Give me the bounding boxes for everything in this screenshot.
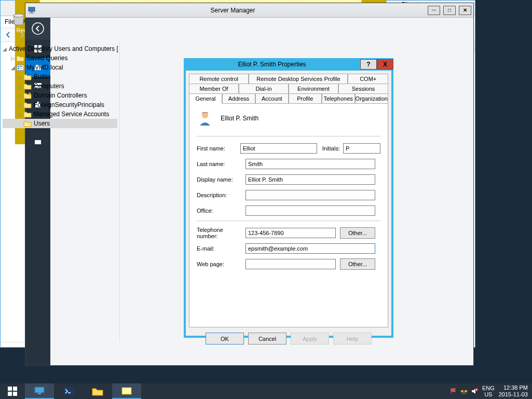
taskbar: ENG US 12:38 PM 2015-11-03 — [0, 383, 532, 399]
tab-profile[interactable]: Profile — [289, 93, 322, 104]
svg-rect-2 — [31, 11, 33, 13]
tray-language[interactable]: ENG US — [482, 385, 495, 397]
svg-point-48 — [29, 93, 31, 95]
tray-date: 2015-11-03 — [499, 391, 528, 398]
server-manager-titlebar[interactable]: Server Manager ─ □ ✕ — [25, 3, 473, 18]
close-button[interactable]: ✕ — [459, 6, 471, 15]
webpage-other-button[interactable]: Other... — [340, 258, 375, 270]
apply-button[interactable]: Apply — [291, 333, 329, 345]
tree-domain[interactable]: ◢ MyVMD.local — [3, 63, 117, 72]
tree-computers[interactable]: ▷ Computers — [3, 81, 117, 91]
tree-builtin[interactable]: ▷ Builtin — [3, 72, 117, 81]
svg-rect-58 — [461, 390, 463, 392]
expander-icon[interactable]: ▷ — [17, 102, 23, 108]
network-icon[interactable] — [460, 388, 468, 395]
tree-label: ForeignSecurityPrincipals — [34, 101, 104, 108]
expander-icon[interactable]: ◢ — [10, 65, 16, 71]
email-label: E-mail: — [197, 245, 245, 252]
telephone-field[interactable] — [245, 228, 336, 238]
initials-label: Initials: — [322, 145, 340, 152]
tab-general[interactable]: General — [189, 93, 222, 104]
dialog-close-button[interactable]: X — [377, 59, 393, 70]
tab-sessions[interactable]: Sessions — [338, 84, 388, 94]
tree-saved-queries[interactable]: ▷ Saved Queries — [3, 53, 117, 63]
minimize-button[interactable]: ─ — [428, 6, 440, 15]
properties-titlebar[interactable]: Elliot P. Smith Properties ? X — [184, 58, 393, 71]
nav-back-button[interactable] — [25, 18, 50, 39]
svg-rect-54 — [35, 387, 44, 393]
telephone-other-button[interactable]: Other... — [340, 227, 375, 239]
cancel-button[interactable]: Cancel — [248, 333, 287, 345]
description-field[interactable] — [245, 190, 375, 200]
ok-button[interactable]: OK — [206, 333, 244, 345]
tray-clock[interactable]: 12:38 PM 2015-11-03 — [499, 384, 528, 398]
expander-icon[interactable]: ▷ — [17, 74, 23, 80]
display-name-field[interactable] — [245, 174, 375, 185]
svg-rect-59 — [465, 390, 467, 392]
initials-field[interactable] — [343, 143, 380, 154]
expander-icon[interactable]: ▷ — [17, 93, 23, 99]
tree-fsp[interactable]: ▷ ForeignSecurityPrincipals — [3, 100, 117, 109]
tree-label: Managed Service Accounts — [34, 111, 109, 118]
folder-icon — [23, 120, 32, 127]
start-button[interactable] — [0, 383, 25, 399]
dialog-help-button[interactable]: ? — [360, 59, 377, 70]
general-panel: Elliot P. Smith First name: Initials: La… — [189, 103, 388, 327]
task-server-manager[interactable] — [25, 383, 54, 399]
maximize-button[interactable]: □ — [443, 6, 456, 15]
tab-address[interactable]: Address — [222, 93, 255, 104]
tree-scrollbar[interactable] — [1, 333, 119, 342]
tab-rds-profile[interactable]: Remote Desktop Services Profile — [249, 74, 348, 84]
expander-icon[interactable]: ▷ — [10, 56, 16, 61]
flag-icon[interactable] — [450, 388, 457, 395]
help-button[interactable]: Help — [333, 333, 372, 345]
tab-com-plus[interactable]: COM+ — [348, 74, 388, 84]
tab-dial-in[interactable]: Dial-in — [239, 84, 289, 94]
webpage-label: Web page: — [197, 261, 245, 267]
tab-organization[interactable]: Organization — [355, 93, 388, 104]
first-name-field[interactable] — [240, 143, 317, 154]
task-explorer[interactable] — [83, 383, 112, 399]
tree-label: Users — [34, 120, 50, 127]
tab-remote-control[interactable]: Remote control — [189, 74, 249, 84]
svg-rect-52 — [8, 392, 12, 396]
last-name-field[interactable] — [245, 159, 375, 169]
tray-lang1: ENG — [482, 385, 495, 391]
expander-icon[interactable]: ▷ — [17, 84, 23, 89]
properties-dialog: Elliot P. Smith Properties ? X Remote co… — [184, 58, 393, 338]
aduc-task-icon — [120, 386, 133, 396]
dialog-buttons: OK Cancel Apply Help — [186, 327, 391, 345]
svg-point-0 — [13, 14, 24, 17]
svg-rect-45 — [18, 66, 19, 67]
tab-account[interactable]: Account — [255, 93, 289, 104]
tree-label: MyVMD.local — [26, 64, 63, 71]
task-powershell[interactable] — [54, 383, 83, 399]
tab-telephones[interactable]: Telephones — [322, 93, 355, 104]
tree-root[interactable]: ◢ Active Directory Users and Computers [ — [3, 44, 117, 53]
expander-icon[interactable]: ▷ — [17, 112, 23, 117]
task-aduc[interactable] — [112, 383, 141, 399]
email-field[interactable] — [245, 243, 375, 254]
webpage-field[interactable] — [245, 259, 336, 269]
tree-label: Domain Controllers — [34, 92, 87, 99]
folder-icon — [23, 82, 32, 90]
tree-msa[interactable]: ▷ Managed Service Accounts — [3, 109, 117, 119]
tree-panel: ◢ Active Directory Users and Computers [… — [1, 42, 120, 342]
office-field[interactable] — [245, 205, 375, 216]
svg-rect-50 — [8, 387, 12, 391]
expander-icon[interactable]: ◢ — [3, 46, 7, 52]
display-name-label: Display name: — [197, 176, 245, 183]
sound-icon[interactable] — [471, 388, 478, 395]
svg-rect-55 — [38, 393, 41, 394]
tree-domain-controllers[interactable]: ▷ Domain Controllers — [3, 91, 117, 100]
office-label: Office: — [197, 208, 245, 214]
tab-member-of[interactable]: Member Of — [189, 84, 239, 94]
tab-environment[interactable]: Environment — [289, 84, 338, 94]
ou-folder-icon — [23, 92, 32, 99]
tree-root-label: Active Directory Users and Computers [ — [9, 45, 118, 52]
svg-rect-47 — [20, 66, 22, 67]
last-name-label: Last name: — [197, 161, 245, 167]
tray-lang2: US — [482, 391, 495, 397]
tree-users[interactable]: Users — [3, 119, 117, 128]
tray-time: 12:38 PM — [499, 384, 528, 391]
